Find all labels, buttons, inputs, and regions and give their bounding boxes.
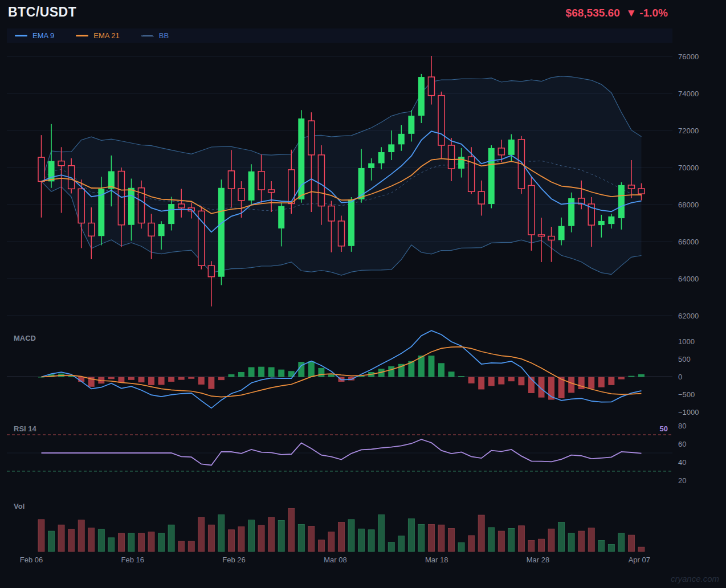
svg-text:500: 500: [678, 355, 691, 364]
svg-text:−1000: −1000: [678, 408, 699, 416]
volume-bars: Vol: [14, 502, 645, 552]
svg-text:80: 80: [678, 422, 686, 430]
svg-text:66000: 66000: [678, 238, 699, 246]
rsi-current-value: 50: [660, 424, 668, 433]
svg-text:MACD: MACD: [14, 334, 36, 342]
price-axis-labels: 7600074000720007000068000660006400062000: [678, 52, 699, 320]
svg-text:40: 40: [678, 458, 686, 467]
trading-chart-app: BTC/USDT $68,535.60 ▼ -1.0% EMA 9 EMA 21…: [0, 0, 726, 588]
svg-text:20: 20: [678, 476, 686, 485]
rsi-axis-labels: 80604020: [678, 422, 686, 485]
rsi-line: [42, 439, 642, 465]
svg-text:76000: 76000: [678, 52, 699, 61]
date-axis-labels: Feb 06Feb 16Feb 26Mar 08Mar 18Mar 28Apr …: [20, 556, 650, 564]
macd-panel: MACD: [7, 334, 672, 377]
svg-text:Feb 06: Feb 06: [20, 556, 43, 564]
svg-text:72000: 72000: [678, 126, 699, 135]
macd-histogram: [38, 356, 645, 400]
svg-text:62000: 62000: [678, 312, 699, 320]
svg-text:−500: −500: [678, 390, 695, 399]
svg-text:1000: 1000: [678, 337, 695, 346]
macd-line: [42, 330, 642, 408]
svg-text:Mar 28: Mar 28: [527, 556, 549, 564]
svg-text:60: 60: [678, 440, 686, 448]
price-chart-canvas[interactable]: 7600074000720007000068000660006400062000…: [0, 0, 726, 588]
svg-text:Feb 26: Feb 26: [222, 556, 245, 564]
svg-text:70000: 70000: [678, 164, 699, 172]
svg-text:68000: 68000: [678, 201, 699, 209]
svg-text:74000: 74000: [678, 89, 699, 98]
rsi-panel: RSI 1450: [7, 424, 672, 471]
svg-text:RSI 14: RSI 14: [14, 424, 37, 433]
svg-text:64000: 64000: [678, 275, 699, 283]
svg-text:Mar 18: Mar 18: [425, 556, 448, 564]
svg-text:0: 0: [678, 373, 682, 381]
svg-text:Vol: Vol: [14, 502, 25, 511]
watermark: cryance.com: [671, 574, 719, 583]
svg-text:Apr 07: Apr 07: [629, 556, 650, 564]
svg-text:Mar 08: Mar 08: [324, 556, 346, 564]
svg-text:Feb 16: Feb 16: [121, 556, 144, 564]
macd-axis-labels: 10005000−500−1000: [678, 337, 699, 416]
